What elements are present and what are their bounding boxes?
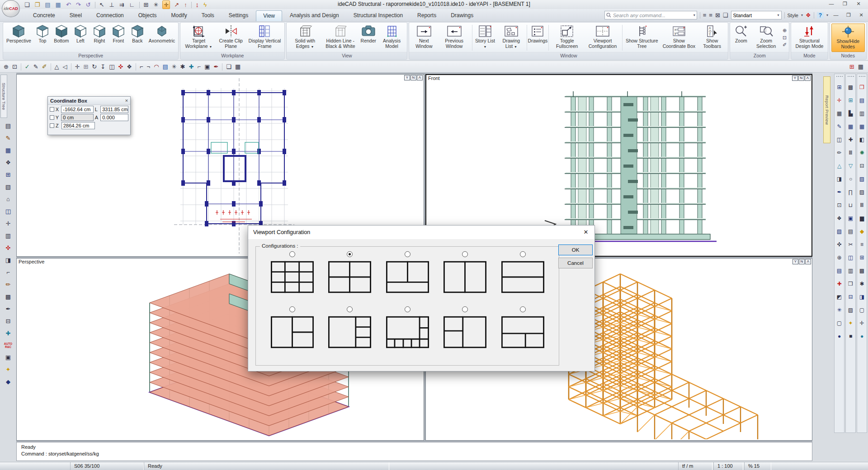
tool-icon[interactable]: ≡: [860, 242, 863, 247]
show-structure-tree-button[interactable]: Show Structure Tree: [623, 24, 660, 52]
plus-icon[interactable]: ✚: [6, 330, 11, 337]
tool-icon[interactable]: ✱: [859, 281, 864, 287]
viewport-configuration-button[interactable]: Viewport Configuration: [584, 24, 621, 52]
viewport-button-y[interactable]: Y: [404, 75, 410, 80]
tool-icon[interactable]: Ⅲ: [849, 150, 852, 155]
config-option-left-split-right-large[interactable]: [443, 306, 486, 351]
tool-icon[interactable]: Ⅲ: [860, 202, 863, 208]
tool-icon[interactable]: ▽: [849, 163, 853, 169]
tool-icon[interactable]: ◩: [837, 294, 842, 300]
hidden-line-black-white-button[interactable]: Hidden Line - Black & White: [322, 24, 359, 52]
hatch-icon[interactable]: ▧: [5, 183, 11, 190]
show-toolbars-button[interactable]: ΛOTShow Toolbars: [698, 24, 727, 52]
save-all-icon[interactable]: ▦: [55, 1, 62, 9]
left-button[interactable]: Left: [71, 24, 90, 52]
style-editor-icon[interactable]: ❖: [806, 12, 811, 19]
cursor-icon[interactable]: ↖: [99, 1, 105, 9]
viewport-button-λ[interactable]: Λ: [417, 75, 423, 80]
tool-icon[interactable]: ⊔: [849, 202, 853, 208]
drawings-button[interactable]: Drawings: [528, 24, 547, 52]
config-option-two-columns[interactable]: [443, 251, 486, 296]
tab-steel[interactable]: Steel: [63, 10, 89, 21]
help-button[interactable]: ?: [817, 12, 824, 19]
compass-icon[interactable]: △: [55, 64, 59, 70]
tool-icon[interactable]: ▧: [837, 229, 842, 234]
parallel-icon[interactable]: ⇉: [118, 1, 125, 9]
layer-list-icon[interactable]: ≡: [703, 12, 707, 19]
redo-icon[interactable]: ↷: [75, 1, 82, 9]
z-lock-checkbox[interactable]: [50, 123, 54, 128]
tool-icon[interactable]: ◨: [837, 176, 842, 182]
layers-icon[interactable]: ▤: [5, 122, 11, 129]
tool-icon[interactable]: ▤: [848, 229, 853, 234]
dimension-icon[interactable]: ↨: [195, 1, 200, 9]
length-field[interactable]: 3311.85 cm: [100, 106, 128, 113]
status-zoom-percent[interactable]: % 15: [744, 462, 771, 470]
mirror-icon[interactable]: ◫: [109, 64, 114, 70]
move-grid-icon[interactable]: ⊞: [83, 64, 88, 70]
zoom-selection-button[interactable]: Zoom Selection: [750, 24, 782, 52]
edit-icon[interactable]: ✎: [6, 135, 11, 141]
mdi-close-button[interactable]: ✕: [856, 11, 866, 19]
x-coordinate-field[interactable]: -1662.64 cm: [61, 106, 93, 113]
tool-icon[interactable]: ⊡: [837, 202, 841, 208]
tool-icon[interactable]: ▨: [848, 307, 853, 313]
solid-box-icon[interactable]: ▣: [5, 354, 11, 361]
save-icon[interactable]: ▤: [44, 1, 51, 9]
tool-icon[interactable]: ■: [849, 334, 852, 339]
tool-icon[interactable]: ✛: [859, 320, 864, 326]
display-vertical-frame-button[interactable]: Display Vertical Frame: [246, 24, 283, 52]
tool-icon[interactable]: ✂: [848, 242, 853, 247]
config-radio[interactable]: [462, 251, 468, 257]
perspective-button[interactable]: Perspective: [5, 24, 33, 52]
structure-tree-tab[interactable]: Structure Tree: [0, 75, 7, 118]
dome-icon[interactable]: ◠: [154, 64, 159, 70]
create-clip-plane-button[interactable]: Create Clip Plane: [216, 24, 246, 52]
drawing-list-button[interactable]: Drawing List ▼: [497, 24, 526, 52]
app-logo-icon[interactable]: ideCAD: [2, 0, 20, 17]
tool-icon[interactable]: ❖: [837, 216, 842, 221]
intersect-icon[interactable]: ✚: [189, 64, 194, 70]
fillet-icon[interactable]: ⌐: [198, 64, 201, 70]
open-file-icon[interactable]: ❐: [34, 1, 41, 9]
coordinate-box-titlebar[interactable]: Coordinate Box ✕: [48, 97, 130, 105]
polar-snap-icon[interactable]: ✳: [152, 1, 159, 9]
tab-modify[interactable]: Modify: [164, 10, 193, 21]
z-coordinate-field[interactable]: 2864.26 cm: [61, 122, 95, 129]
tool-icon[interactable]: ▩: [859, 268, 864, 273]
chart-icon[interactable]: ▤: [163, 64, 168, 70]
tool-icon[interactable]: ✚: [848, 137, 853, 142]
tool-icon[interactable]: ✳: [837, 307, 841, 313]
viewport-button-λ[interactable]: Λ: [805, 75, 811, 81]
diamond-icon[interactable]: ◆: [6, 378, 10, 385]
tool-icon[interactable]: ✏: [837, 150, 841, 155]
tool-icon[interactable]: ▥: [848, 268, 853, 273]
snap-star-icon[interactable]: ✳: [172, 64, 177, 70]
report-preview-tab[interactable]: Report Preview: [823, 76, 830, 143]
next-window-button[interactable]: Next Window: [410, 24, 437, 52]
tool-icon[interactable]: ▢: [837, 320, 842, 326]
tool-icon[interactable]: ▙: [849, 111, 853, 116]
axonometric-button[interactable]: Axonometric: [147, 24, 177, 52]
tool-icon[interactable]: △: [837, 163, 841, 169]
x-lock-checkbox[interactable]: [50, 107, 54, 112]
viewport-configuration-dialog[interactable]: Viewport Configuration ✕ Configurations …: [248, 225, 595, 371]
tool-icon[interactable]: ▤: [859, 98, 864, 103]
layer-stack-icon[interactable]: ≡: [709, 12, 712, 19]
tool-icon[interactable]: ▧: [859, 176, 864, 182]
tab-structural-inspection[interactable]: Structural Inspection: [347, 10, 410, 21]
command-prompt[interactable]: Ready Command : storyset/katgenel/ss/kg: [16, 442, 812, 461]
top-button[interactable]: Top: [33, 24, 52, 52]
tool-icon[interactable]: ⊞: [848, 98, 853, 103]
exit-icon[interactable]: ❏: [723, 12, 728, 19]
nearest-snap-icon[interactable]: ↗: [173, 1, 180, 9]
config-option-left-large-right-three[interactable]: [328, 306, 371, 351]
select-box-icon[interactable]: ❏: [226, 64, 231, 70]
tab-drawings[interactable]: Drawings: [444, 10, 480, 21]
grid-icon[interactable]: ▦: [5, 147, 11, 154]
move-icon[interactable]: ✛: [75, 64, 80, 70]
break-icon[interactable]: ✱: [180, 64, 185, 70]
pencil-icon[interactable]: ✏: [6, 281, 11, 288]
tab-reports[interactable]: Reports: [410, 10, 443, 21]
zoom-window-icon[interactable]: ⊡: [12, 64, 17, 70]
